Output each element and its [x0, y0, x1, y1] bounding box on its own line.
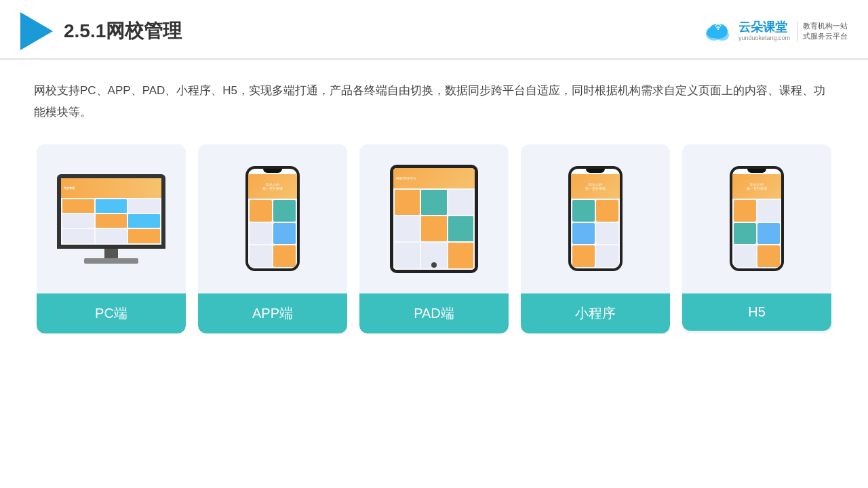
mini-phone-mock: 职达人的第一堂升维课 — [568, 166, 623, 271]
pc-block — [96, 229, 127, 243]
pad-label: PAD端 — [359, 293, 509, 333]
app-phone-mock: 职达人的第一堂升维课 — [245, 166, 300, 271]
h5-image-area: 职达人的第一堂升维课 — [682, 144, 831, 293]
pc-neck — [104, 249, 118, 258]
mini-phone-screen: 职达人的第一堂升维课 — [571, 169, 620, 268]
tablet-home-button — [431, 262, 437, 268]
brand-slogan: 教育机构一站 式服务云平台 — [797, 21, 848, 42]
mini-screen-top: 职达人的第一堂升维课 — [571, 174, 620, 199]
pc-block — [62, 199, 94, 213]
pad-tablet-mock: 网校管理平台 — [390, 165, 478, 273]
brand-text: 云朵课堂 yunduoketang.com — [738, 20, 790, 42]
pc-image-area: 网校管理 — [37, 144, 186, 293]
h5-phone-mock: 职达人的第一堂升维课 — [730, 166, 784, 271]
h5-phone-screen: 职达人的第一堂升维课 — [732, 169, 781, 268]
tablet-block — [421, 190, 446, 215]
tablet-block — [448, 216, 473, 241]
phone-block — [596, 200, 618, 222]
cloud-icon — [702, 19, 734, 43]
pc-block — [96, 199, 127, 213]
brand-name: 云朵课堂 — [738, 20, 787, 35]
phone-block — [734, 223, 756, 245]
pc-device-mock: 网校管理 — [57, 174, 165, 264]
device-card-h5: 职达人的第一堂升维课 H5 — [682, 144, 831, 333]
phone-block — [572, 245, 595, 267]
app-label: APP端 — [198, 293, 347, 333]
phone-block — [757, 245, 780, 267]
svg-point-3 — [707, 27, 719, 38]
app-image-area: 职达人的第一堂升维课 — [198, 144, 347, 293]
mini-image-area: 职达人的第一堂升维课 — [521, 144, 670, 293]
pc-block — [128, 229, 160, 243]
header-right: 云朵课堂 yunduoketang.com 教育机构一站 式服务云平台 — [702, 19, 848, 43]
tablet-block — [395, 190, 420, 215]
pc-block — [96, 214, 127, 228]
phone-block — [273, 200, 296, 222]
phone-notch-3 — [747, 169, 766, 173]
pc-monitor: 网校管理 — [57, 174, 165, 249]
pad-screen-top: 网校管理平台 — [393, 168, 475, 188]
phone-block — [250, 200, 272, 222]
tablet-block — [395, 216, 420, 241]
description-text: 网校支持PC、APP、PAD、小程序、H5，实现多端打通，产品各终端自由切换，数… — [34, 80, 834, 124]
pad-screen-body — [393, 188, 475, 270]
h5-screen-body — [732, 199, 781, 268]
brand-logo: 云朵课堂 yunduoketang.com 教育机构一站 式服务云平台 — [702, 19, 848, 43]
pad-image-area: 网校管理平台 — [359, 144, 509, 293]
header: 2.5.1网校管理 云朵课堂 yunduoketang.com 教育机构一站 式… — [0, 0, 868, 60]
pc-block — [62, 229, 94, 243]
pc-base — [84, 258, 138, 264]
pc-screen-header: 网校管理 — [61, 178, 161, 198]
phone-notch — [263, 169, 282, 173]
device-card-pad: 网校管理平台 — [359, 144, 509, 333]
main-content: 网校支持PC、APP、PAD、小程序、H5，实现多端打通，产品各终端自由切换，数… — [0, 60, 868, 354]
pc-screen-body — [61, 198, 161, 245]
tablet-block — [448, 190, 473, 215]
header-left: 2.5.1网校管理 — [20, 12, 182, 50]
svg-point-4 — [717, 28, 719, 30]
pc-screen: 网校管理 — [61, 178, 161, 245]
devices-row: 网校管理 — [34, 144, 834, 333]
phone-block — [596, 223, 618, 245]
device-card-miniprogram: 职达人的第一堂升维课 小程序 — [521, 144, 670, 333]
phone-block — [757, 223, 780, 245]
phone-block — [572, 200, 595, 222]
phone-block — [250, 245, 272, 267]
phone-block — [273, 223, 296, 245]
phone-block — [572, 223, 595, 245]
logo-triangle-icon — [20, 12, 53, 50]
pad-screen: 网校管理平台 — [393, 168, 475, 270]
phone-block — [734, 200, 756, 222]
mini-screen-body — [571, 199, 620, 268]
phone-block — [757, 200, 780, 222]
pc-block — [128, 199, 160, 213]
phone-block — [596, 245, 618, 267]
phone-block — [250, 223, 272, 245]
pc-block — [62, 214, 94, 228]
app-screen-top: 职达人的第一堂升维课 — [248, 174, 297, 199]
phone-block — [734, 245, 756, 267]
phone-block — [273, 245, 296, 267]
tablet-block — [421, 216, 446, 241]
app-phone-screen: 职达人的第一堂升维课 — [248, 169, 297, 268]
tablet-block — [395, 243, 420, 268]
pc-label: PC端 — [37, 293, 186, 333]
mini-label: 小程序 — [521, 293, 670, 333]
device-card-app: 职达人的第一堂升维课 APP端 — [198, 144, 347, 333]
page-title: 2.5.1网校管理 — [64, 18, 182, 44]
h5-screen-top: 职达人的第一堂升维课 — [732, 174, 781, 199]
device-card-pc: 网校管理 — [37, 144, 186, 333]
brand-domain: yunduoketang.com — [738, 35, 790, 42]
pc-block — [128, 214, 160, 228]
tablet-block — [448, 243, 473, 268]
phone-notch-2 — [586, 169, 605, 173]
app-screen-body — [248, 199, 297, 268]
h5-label: H5 — [682, 293, 831, 331]
